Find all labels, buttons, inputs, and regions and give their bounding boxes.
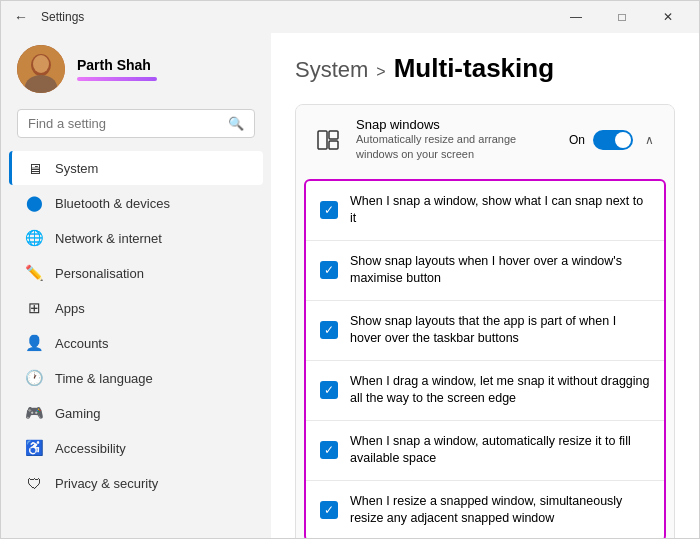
checkbox-1[interactable]: ✓ <box>320 201 338 219</box>
gaming-icon: 🎮 <box>25 404 43 422</box>
close-button[interactable]: ✕ <box>645 1 691 33</box>
titlebar: ← Settings — □ ✕ <box>1 1 699 33</box>
snap-text: Snap windows Automatically resize and ar… <box>356 117 557 163</box>
sidebar-item-time[interactable]: 🕐 Time & language <box>9 361 263 395</box>
svg-point-3 <box>33 55 49 73</box>
main-layout: Parth Shah 🔍 🖥 System ⬤ Bluetooth & devi… <box>1 33 699 538</box>
sidebar-item-label: Apps <box>55 301 85 316</box>
sidebar-item-label: Personalisation <box>55 266 144 281</box>
snap-windows-section: Snap windows Automatically resize and ar… <box>295 104 675 538</box>
option-label-4: When I drag a window, let me snap it wit… <box>350 373 650 408</box>
svg-rect-6 <box>329 141 338 149</box>
network-icon: 🌐 <box>25 229 43 247</box>
snap-option-6: ✓ When I resize a snapped window, simult… <box>306 481 664 538</box>
sidebar-item-privacy[interactable]: 🛡 Privacy & security <box>9 466 263 500</box>
checkbox-4[interactable]: ✓ <box>320 381 338 399</box>
user-name: Parth Shah <box>77 57 157 73</box>
privacy-icon: 🛡 <box>25 474 43 492</box>
page-title: Multi-tasking <box>394 53 554 84</box>
titlebar-left: ← Settings <box>9 5 84 29</box>
option-label-2: Show snap layouts when I hover over a wi… <box>350 253 650 288</box>
sidebar-item-system[interactable]: 🖥 System <box>9 151 263 185</box>
settings-window: ← Settings — □ ✕ <box>0 0 700 539</box>
accessibility-icon: ♿ <box>25 439 43 457</box>
titlebar-title: Settings <box>41 10 84 24</box>
snap-option-5: ✓ When I snap a window, automatically re… <box>306 421 664 481</box>
sidebar-item-label: Time & language <box>55 371 153 386</box>
sidebar-item-label: System <box>55 161 98 176</box>
sidebar-item-gaming[interactable]: 🎮 Gaming <box>9 396 263 430</box>
svg-rect-4 <box>318 131 327 149</box>
sidebar-item-label: Gaming <box>55 406 101 421</box>
user-section: Parth Shah <box>1 33 271 105</box>
sidebar: Parth Shah 🔍 🖥 System ⬤ Bluetooth & devi… <box>1 33 271 538</box>
search-icon: 🔍 <box>228 116 244 131</box>
accounts-icon: 👤 <box>25 334 43 352</box>
option-label-5: When I snap a window, automatically resi… <box>350 433 650 468</box>
snap-option-3: ✓ Show snap layouts that the app is part… <box>306 301 664 361</box>
snap-subtitle: Automatically resize and arrange windows… <box>356 132 557 163</box>
page-header: System > Multi-tasking <box>295 53 675 84</box>
snap-option-4: ✓ When I drag a window, let me snap it w… <box>306 361 664 421</box>
sidebar-item-accounts[interactable]: 👤 Accounts <box>9 326 263 360</box>
option-label-1: When I snap a window, show what I can sn… <box>350 193 650 228</box>
user-info: Parth Shah <box>77 57 157 81</box>
avatar <box>17 45 65 93</box>
breadcrumb-arrow: > <box>376 63 385 81</box>
maximize-button[interactable]: □ <box>599 1 645 33</box>
time-icon: 🕐 <box>25 369 43 387</box>
sidebar-item-label: Bluetooth & devices <box>55 196 170 211</box>
option-label-3: Show snap layouts that the app is part o… <box>350 313 650 348</box>
sidebar-item-label: Accessibility <box>55 441 126 456</box>
nav-list: 🖥 System ⬤ Bluetooth & devices 🌐 Network… <box>1 146 271 538</box>
sidebar-item-network[interactable]: 🌐 Network & internet <box>9 221 263 255</box>
snap-title: Snap windows <box>356 117 557 132</box>
back-button[interactable]: ← <box>9 5 33 29</box>
snap-option-1: ✓ When I snap a window, show what I can … <box>306 181 664 241</box>
sidebar-item-label: Privacy & security <box>55 476 158 491</box>
sidebar-item-label: Accounts <box>55 336 108 351</box>
personalisation-icon: ✏️ <box>25 264 43 282</box>
snap-toggle[interactable] <box>593 130 633 150</box>
checkbox-3[interactable]: ✓ <box>320 321 338 339</box>
sidebar-item-personalisation[interactable]: ✏️ Personalisation <box>9 256 263 290</box>
bluetooth-icon: ⬤ <box>25 194 43 212</box>
user-accent-bar <box>77 77 157 81</box>
svg-rect-5 <box>329 131 338 139</box>
titlebar-controls: — □ ✕ <box>553 1 691 33</box>
snap-toggle-area: On ∧ <box>569 129 658 151</box>
snap-toggle-label: On <box>569 133 585 147</box>
breadcrumb-system: System <box>295 57 368 83</box>
search-input[interactable] <box>28 116 220 131</box>
apps-icon: ⊞ <box>25 299 43 317</box>
snap-windows-icon <box>312 124 344 156</box>
checkbox-2[interactable]: ✓ <box>320 261 338 279</box>
search-box[interactable]: 🔍 <box>17 109 255 138</box>
system-icon: 🖥 <box>25 159 43 177</box>
snap-header: Snap windows Automatically resize and ar… <box>296 105 674 175</box>
sidebar-item-bluetooth[interactable]: ⬤ Bluetooth & devices <box>9 186 263 220</box>
sidebar-item-apps[interactable]: ⊞ Apps <box>9 291 263 325</box>
snap-options-list: ✓ When I snap a window, show what I can … <box>304 179 666 538</box>
content-area: System > Multi-tasking Snap windows <box>271 33 699 538</box>
checkbox-6[interactable]: ✓ <box>320 501 338 519</box>
minimize-button[interactable]: — <box>553 1 599 33</box>
snap-option-2: ✓ Show snap layouts when I hover over a … <box>306 241 664 301</box>
sidebar-item-label: Network & internet <box>55 231 162 246</box>
option-label-6: When I resize a snapped window, simultan… <box>350 493 650 528</box>
checkbox-5[interactable]: ✓ <box>320 441 338 459</box>
sidebar-item-accessibility[interactable]: ♿ Accessibility <box>9 431 263 465</box>
snap-chevron-icon[interactable]: ∧ <box>641 129 658 151</box>
